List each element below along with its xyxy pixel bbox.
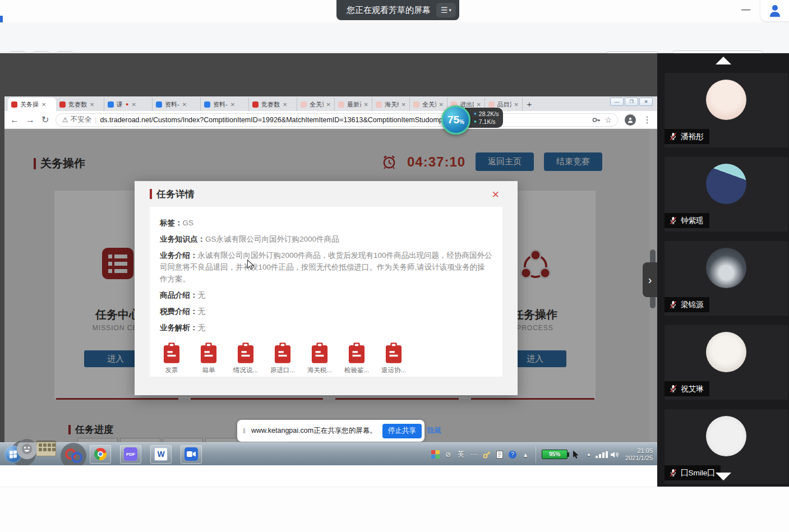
browser-close-button[interactable]: ✕	[639, 98, 653, 106]
document-icon	[385, 343, 402, 364]
participant-tile[interactable]: 祝艾琳	[665, 325, 788, 400]
bookmark-star-icon[interactable]: ☆	[605, 115, 612, 124]
mic-muted-icon	[669, 300, 677, 309]
tab-close-icon[interactable]: ✕	[402, 101, 406, 108]
chip-separator: |	[95, 116, 96, 124]
remote-tool-overlay[interactable]	[61, 443, 86, 465]
chrome-menu-icon[interactable]: ⋮	[643, 114, 652, 125]
attachment-inspection[interactable]: 检验鉴...	[345, 343, 368, 374]
participant-name-chip: 潘裕彤	[665, 129, 709, 144]
address-bar[interactable]: ⚠ 不安全 | ds.traderoad.net/Customs/Index?C…	[56, 113, 618, 127]
customs-site-favicon	[338, 101, 344, 108]
tray-help-icon[interactable]: ?	[508, 450, 517, 459]
floating-keyboard-overlay[interactable]	[36, 441, 56, 456]
taskbar-clock[interactable]: 21:05 2021/1/25	[625, 447, 653, 462]
taskbar-word-button[interactable]: W	[150, 445, 172, 464]
security-chip[interactable]: ⚠ 不安全	[62, 115, 91, 124]
browser-tab[interactable]: 资料- ✕	[201, 98, 249, 111]
tab-close-icon[interactable]: ✕	[131, 101, 136, 108]
browser-tab[interactable]: 海关编 ✕	[372, 98, 410, 111]
ketangpai-favicon	[204, 101, 210, 108]
tray-chevron-icon[interactable]: ▲	[584, 450, 593, 459]
stop-sharing-button[interactable]: 停止共享	[382, 424, 422, 438]
participants-sidebar: 潘裕彤 钟紫瑶 梁锦源	[657, 53, 789, 487]
tray-key-icon[interactable]	[482, 450, 491, 459]
wifi-signal-icon[interactable]	[597, 450, 606, 459]
meeting-control-bar: 解除静音 ▲ 开启视频 ▲ 共享屏幕	[0, 487, 789, 532]
tray-dots-icon[interactable]: ⋯	[469, 450, 478, 459]
tray-expand-icon[interactable]: ▴	[521, 450, 530, 459]
volume-icon[interactable]	[610, 450, 619, 459]
attachment-return-agreement[interactable]: 退运协...	[382, 343, 405, 374]
banner-menu-button[interactable]: ☰ ▾	[436, 3, 456, 17]
mic-muted-icon	[669, 216, 677, 225]
taskbar-meeting-button[interactable]	[181, 445, 202, 464]
mouse-cursor	[247, 260, 255, 270]
battery-indicator[interactable]: 95%	[542, 450, 567, 459]
scroll-up-arrow[interactable]	[657, 57, 789, 64]
speed-percent-badge[interactable]: 75%	[441, 105, 470, 135]
attachment-customs-tax[interactable]: 海关税...	[308, 343, 331, 374]
field-tax: 税费介绍：无	[160, 306, 492, 317]
hide-bar-link[interactable]: 隐藏	[427, 426, 441, 436]
tray-blocked-icon[interactable]: ⊘	[444, 450, 453, 459]
avatar	[706, 332, 746, 372]
field-tag: 标签：GS	[160, 217, 492, 229]
attachment-invoice[interactable]: 发票	[160, 343, 183, 374]
caret-down-icon: ▾	[449, 7, 452, 13]
participant-tile[interactable]: 潘裕彤	[665, 73, 788, 147]
reload-button[interactable]: ↻	[41, 114, 49, 125]
mouse-device-icon[interactable]	[571, 450, 580, 459]
field-analysis: 业务解析：无	[160, 322, 492, 334]
signal-bars-icon	[596, 451, 608, 458]
tray-app-icon[interactable]	[431, 450, 440, 459]
tab-close-icon[interactable]: ✕	[514, 101, 519, 108]
document-icon	[496, 451, 503, 459]
meeting-window: 您正在观看芳草的屏幕 ☰ ▾ — i	[0, 0, 789, 532]
attachment-packing-list[interactable]: 箱单	[197, 343, 220, 374]
tab-close-icon[interactable]: ✕	[41, 101, 46, 108]
tab-close-icon[interactable]: ✕	[283, 101, 287, 108]
traderoad-favicon	[252, 101, 259, 108]
forward-button[interactable]: →	[26, 115, 35, 125]
tab-close-icon[interactable]: ✕	[230, 101, 235, 108]
modal-close-icon[interactable]: ✕	[492, 189, 500, 201]
mic-muted-icon	[669, 132, 677, 141]
browser-tab[interactable]: 竞赛数 ✕	[249, 98, 297, 111]
tab-close-icon[interactable]: ✕	[182, 101, 187, 108]
network-speed-ball[interactable]: 75% ●28.2K/s ●7.1K/s	[441, 105, 503, 135]
taskbar-pdf-button[interactable]: PDF	[120, 445, 141, 464]
triangle-up-icon	[716, 57, 731, 64]
tab-close-icon[interactable]: ✕	[90, 101, 94, 108]
browser-tab[interactable]: 全关通 ✕	[297, 98, 335, 111]
back-button[interactable]: ←	[10, 115, 19, 125]
attachment-situation[interactable]: 情况说...	[234, 343, 257, 374]
new-tab-button[interactable]: +	[523, 98, 536, 111]
remote-tool-icon	[61, 443, 86, 465]
browser-tab[interactable]: 资料- ✕	[153, 98, 201, 111]
chrome-profile-avatar[interactable]	[625, 114, 636, 126]
browser-tab[interactable]: 竞赛数 ✕	[56, 98, 104, 111]
browser-tab[interactable]: 课 ● ✕	[104, 98, 153, 111]
floating-assistant-icon[interactable]	[760, 0, 789, 21]
browser-tab[interactable]: 最新进 ✕	[335, 98, 372, 111]
browser-restore-button[interactable]: ❐	[625, 98, 638, 106]
minimize-window-button[interactable]: —	[738, 2, 754, 17]
drag-handle-icon[interactable]: ‖	[243, 427, 246, 435]
tab-close-icon[interactable]: ✕	[364, 101, 368, 108]
attachment-original-import[interactable]: 原进口...	[271, 343, 294, 374]
tray-document-icon[interactable]	[495, 450, 504, 459]
taskbar-chrome-button[interactable]	[90, 445, 111, 464]
participant-tile[interactable]: 梁锦源	[665, 241, 788, 316]
participant-tile[interactable]: 钟紫瑶	[665, 157, 788, 232]
modal-body: 标签：GS 业务知识点：GS永诚有限公司向国外订购2000件商品 业务介绍：永诚…	[150, 207, 502, 377]
browser-minimize-button[interactable]: —	[610, 98, 624, 106]
browser-navbar: ← → ↻ ⚠ 不安全 | ds.traderoad.net/Customs/I…	[4, 111, 657, 129]
password-key-icon[interactable]	[592, 116, 600, 124]
tab-close-icon[interactable]: ✕	[326, 101, 331, 108]
browser-tab[interactable]: 关务操 ✕	[8, 98, 56, 111]
scroll-down-arrow[interactable]	[657, 473, 789, 480]
side-panel-expander[interactable]: ›	[643, 262, 657, 297]
ime-language-indicator[interactable]: 英	[456, 450, 465, 459]
watching-banner: 您正在观看芳草的屏幕 ☰ ▾	[336, 0, 459, 20]
